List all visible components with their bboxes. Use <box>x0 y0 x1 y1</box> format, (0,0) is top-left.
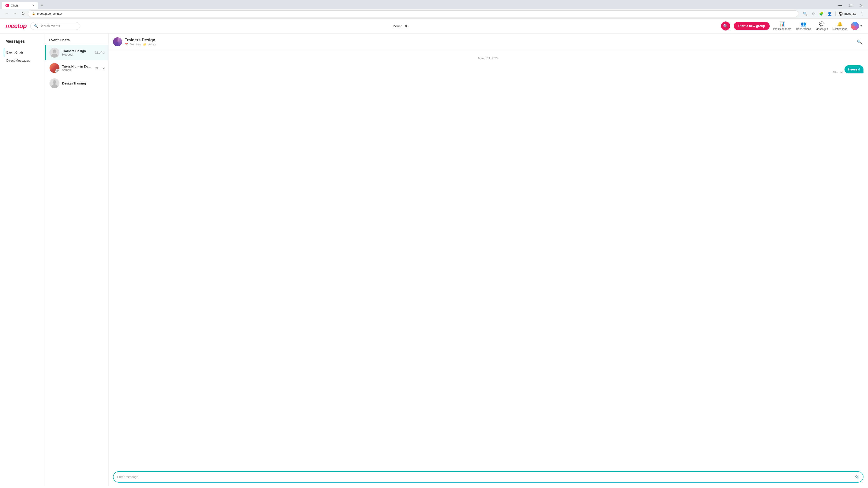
chat-name-trainers-design: Trainers Design <box>62 49 92 53</box>
folder-icon: 📁 <box>143 43 147 46</box>
bookmark-button[interactable]: ☆ <box>810 11 816 17</box>
chat-item-design-training[interactable]: Design Training <box>45 76 108 91</box>
sidebar: Messages Event Chats Direct Messages <box>0 34 45 486</box>
sidebar-item-event-chats[interactable]: Event Chats <box>4 48 41 57</box>
attach-button[interactable]: 📎 <box>855 475 860 480</box>
browser-controls: ← → ↻ 🔒 meetup.com/chats/ 🔍 ☆ 🧩 👤 Incogn… <box>0 9 868 18</box>
chat-info-trivia: Trivia Night in Dover, sample <box>62 65 92 72</box>
message-input-wrapper: 📎 <box>113 471 864 483</box>
incognito-button[interactable]: Incognito <box>838 11 856 16</box>
app: meetup 🔍 Search events Dover, DE 🔍 Start… <box>0 19 868 486</box>
chat-info-trainers-design: Trainers Design Heeeey! <box>62 49 92 56</box>
start-group-label: Start a new group <box>738 24 765 28</box>
chat-item-trivia-night[interactable]: Trivia Night in Dover, sample 6:11 PM <box>45 60 108 76</box>
lock-icon: 🔒 <box>32 12 35 15</box>
tab-close-button[interactable]: × <box>32 4 34 7</box>
svg-point-1 <box>53 50 56 53</box>
connections-label: Connections <box>796 28 811 31</box>
sidebar-event-chats-label: Event Chats <box>6 51 24 54</box>
address-bar[interactable]: 🔒 meetup.com/chats/ <box>28 10 798 17</box>
tab-title: Chats <box>11 4 19 7</box>
refresh-button[interactable]: ↻ <box>20 11 26 17</box>
messages-icon: 💬 <box>819 21 825 27</box>
chat-header-avatar <box>113 37 122 46</box>
pro-dashboard-label: Pro Dashboard <box>773 28 792 31</box>
default-avatar-icon <box>50 48 59 58</box>
main-content: Messages Event Chats Direct Messages Eve… <box>0 34 868 486</box>
start-new-group-button[interactable]: Start a new group <box>734 22 770 30</box>
meetup-logo[interactable]: meetup <box>5 22 27 30</box>
svg-point-7 <box>53 80 56 84</box>
profile-button[interactable]: 👤 <box>827 11 833 17</box>
notifications-label: Notifications <box>833 28 847 31</box>
message-input[interactable] <box>117 475 852 479</box>
user-avatar-container[interactable]: ▼ <box>851 22 863 30</box>
close-button[interactable]: ✕ <box>856 2 866 9</box>
sidebar-direct-messages-label: Direct Messages <box>6 59 30 62</box>
message-time: 6:11 PM <box>833 70 843 73</box>
sidebar-title: Messages <box>4 39 41 44</box>
search-icon: 🔍 <box>34 24 38 28</box>
forward-button[interactable]: → <box>12 11 18 17</box>
trivia-avatar-group <box>50 63 59 73</box>
nav-messages[interactable]: 💬 Messages <box>815 21 828 31</box>
members-label: Members <box>130 43 141 46</box>
chat-header-avatar-image <box>113 37 122 46</box>
chat-preview-trivia: sample <box>62 68 92 72</box>
chat-name-trivia: Trivia Night in Dover, <box>62 65 92 68</box>
chat-item-trainers-design[interactable]: Trainers Design Heeeey! 6:11 PM <box>45 45 108 60</box>
avatar-image <box>851 22 859 30</box>
extensions-button[interactable]: 🧩 <box>818 11 825 17</box>
chat-list: Event Chats Trainers Design Heeeey! 6:11… <box>45 34 108 486</box>
connections-icon: 👥 <box>801 21 806 27</box>
admin-label: Admin <box>148 43 156 46</box>
user-avatar <box>851 22 859 30</box>
chat-info-design-training: Design Training <box>62 82 102 85</box>
minimize-button[interactable]: — <box>835 2 845 9</box>
chat-name-design-training: Design Training <box>62 82 102 85</box>
chat-list-header: Event Chats <box>45 34 108 45</box>
menu-button[interactable]: ⋮ <box>858 11 864 17</box>
chat-header-info: Trainers Design 📅 Members 📁 Admin <box>125 38 156 46</box>
main-nav: 📊 Pro Dashboard 👥 Connections 💬 Messages… <box>773 21 847 31</box>
sidebar-item-direct-messages[interactable]: Direct Messages <box>4 57 41 65</box>
chat-avatar-design-training <box>50 78 59 88</box>
nav-pro-dashboard[interactable]: 📊 Pro Dashboard <box>773 21 792 31</box>
logo-text: meetup <box>5 22 27 29</box>
chat-header-sub: 📅 Members 📁 Admin <box>125 43 156 46</box>
chat-avatar-trivia <box>50 63 59 73</box>
chat-time-trivia: 6:11 PM <box>94 66 105 70</box>
chat-search-button[interactable]: 🔍 <box>855 38 864 46</box>
incognito-label: Incognito <box>844 12 856 15</box>
trivia-overlay-avatar <box>55 69 59 73</box>
tab-bar: m Chats × + — ❐ ✕ <box>0 0 868 9</box>
tab-favicon: m <box>5 4 9 7</box>
svg-point-4 <box>57 70 59 72</box>
nav-notifications[interactable]: 🔔 Notifications <box>833 21 847 31</box>
chat-preview-trainers-design: Heeeey! <box>62 53 92 56</box>
search-bar[interactable]: 🔍 Search events <box>30 22 80 30</box>
maximize-button[interactable]: ❐ <box>845 2 856 9</box>
new-tab-button[interactable]: + <box>39 2 45 8</box>
chat-header-actions: 🔍 <box>855 38 864 46</box>
date-divider: March 11, 2024 <box>113 55 864 62</box>
chat-area: Trainers Design 📅 Members 📁 Admin 🔍 Marc… <box>108 34 868 486</box>
chat-header: Trainers Design 📅 Members 📁 Admin 🔍 <box>108 34 868 50</box>
chat-avatar-trainers-design <box>50 48 59 58</box>
calendar-icon: 📅 <box>125 43 128 46</box>
chevron-down-icon: ▼ <box>860 24 863 28</box>
url-text: meetup.com/chats/ <box>37 12 62 15</box>
search-submit-button[interactable]: 🔍 <box>721 22 730 31</box>
search-placeholder: Search events <box>40 24 60 28</box>
browser-actions: 🔍 ☆ 🧩 👤 Incognito ⋮ <box>802 11 864 17</box>
active-tab[interactable]: m Chats × <box>2 2 38 9</box>
notifications-icon: 🔔 <box>837 21 843 27</box>
nav-connections[interactable]: 👥 Connections <box>796 21 811 31</box>
browser-chrome: m Chats × + — ❐ ✕ ← → ↻ 🔒 meetup.com/cha… <box>0 0 868 19</box>
trivia-overlay-icon <box>56 69 59 73</box>
app-header: meetup 🔍 Search events Dover, DE 🔍 Start… <box>0 19 868 34</box>
back-button[interactable]: ← <box>4 11 10 17</box>
search-browser-button[interactable]: 🔍 <box>802 11 808 17</box>
pro-dashboard-icon: 📊 <box>779 21 785 27</box>
messages-area: March 11, 2024 6:11 PM Heeeey! <box>108 50 868 468</box>
